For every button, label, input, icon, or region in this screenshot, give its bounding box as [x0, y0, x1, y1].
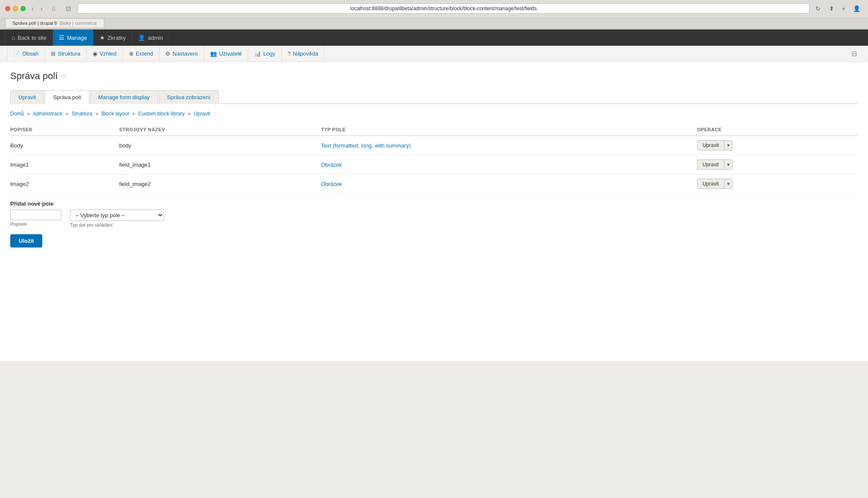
field-strojovy-body: body: [119, 136, 321, 155]
nav-extend-label: Extend: [136, 50, 153, 57]
tab-manage-form-display[interactable]: Manage form display: [90, 90, 158, 104]
nav-nastaveni-label: Nastavení: [173, 50, 198, 57]
upravit-btn-image2[interactable]: Upravit: [697, 179, 724, 189]
field-type-select[interactable]: – Vyberte typ pole – Boolean Comment Dat…: [70, 209, 164, 221]
nav-vzhled[interactable]: ◉ Vzhled: [87, 46, 123, 62]
home-button[interactable]: ⌂: [48, 4, 59, 13]
breadcrumb-block-layout[interactable]: Block layout: [102, 111, 129, 117]
table-row: Body body Text (formatted, long, with su…: [10, 136, 858, 155]
table-header-row: POPISEK STROJOVÝ NÁZEV TYP POLE OPERACE: [10, 124, 858, 136]
browser-tab-bar: Správa polí | drupal 8 Bloky | commerce: [0, 17, 868, 29]
breadcrumb-domu[interactable]: Domů: [10, 111, 24, 117]
toolbar-manage[interactable]: ☰ Manage: [53, 29, 94, 46]
main-content: Správa polí ☆ Upravit Správa polí Manage…: [0, 62, 868, 361]
tab-upravit[interactable]: Upravit: [10, 90, 44, 104]
toolbar-back-to-site[interactable]: ⌂ Back to site: [5, 29, 53, 46]
field-popisek-body: Body: [10, 136, 119, 155]
nav-uzivatele[interactable]: 👥 Uživatelé: [204, 46, 248, 62]
close-button[interactable]: [5, 6, 10, 11]
bookmark-icon[interactable]: ☆: [61, 72, 67, 80]
uzivatele-icon: 👥: [210, 50, 217, 57]
nav-struktura[interactable]: ⊞ Struktura: [45, 46, 87, 62]
star-icon: ★: [100, 34, 105, 41]
breadcrumb-upravit[interactable]: Upravit: [194, 111, 210, 117]
field-strojovy-image1: field_image1: [119, 155, 321, 174]
nav-vzhled-label: Vzhled: [100, 50, 117, 57]
browser-titlebar: ‹ › ⌂ ⊡ ↻ ⬆ + 👤: [0, 0, 868, 17]
add-field-section: Přidat nové pole Popisek – Vyberte typ p…: [10, 200, 858, 227]
napoveda-icon: ?: [288, 50, 291, 57]
nav-toggle[interactable]: ⊟: [847, 50, 861, 58]
field-typ-image2: Obrázek: [321, 174, 697, 194]
add-tab-button[interactable]: +: [839, 4, 848, 13]
field-typ-body: Text (formatted, long, with summary): [321, 136, 697, 155]
struktura-icon: ⊞: [51, 50, 56, 57]
col-operace: OPERACE: [697, 124, 858, 136]
minimize-button[interactable]: [13, 6, 18, 11]
field-typ-link-body[interactable]: Text (formatted, long, with summary): [321, 142, 411, 149]
field-text-sublabel: Popisek: [10, 221, 62, 227]
admin-toolbar: ⌂ Back to site ☰ Manage ★ Zkratky 👤 admi…: [0, 29, 868, 46]
op-btn-group-body: Upravit ▾: [697, 140, 853, 150]
share-button[interactable]: ⬆: [827, 4, 837, 13]
url-bar[interactable]: [78, 3, 809, 14]
upravit-btn-body[interactable]: Upravit: [697, 140, 724, 150]
table-row: Image1 field_image1 Obrázek Upravit ▾: [10, 155, 858, 174]
nav-nastaveni[interactable]: ⚙ Nastavení: [159, 46, 204, 62]
user-icon: 👤: [138, 34, 145, 41]
nav-logy[interactable]: 📊 Logy: [248, 46, 282, 62]
vzhled-icon: ◉: [93, 50, 97, 57]
breadcrumb-custom-block-library[interactable]: Custom block library: [138, 111, 185, 117]
field-operace-image1: Upravit ▾: [697, 155, 858, 174]
op-btn-group-image1: Upravit ▾: [697, 159, 853, 170]
tab-extra: Bloky | commerce: [59, 21, 97, 26]
nav-buttons: ‹ ›: [29, 4, 45, 13]
field-operace-body: Upravit ▾: [697, 136, 858, 155]
maximize-button[interactable]: [21, 6, 26, 11]
refresh-button[interactable]: ↻: [813, 4, 823, 13]
field-type-sublabel: Typ dat pro ukládání.: [70, 222, 164, 227]
field-popisek-image2: Image2: [10, 174, 119, 194]
secondary-nav: 📄 Obsah ⊞ Struktura ◉ Vzhled ⊕ Extend ⚙ …: [0, 46, 868, 62]
nav-uzivatele-label: Uživatelé: [219, 50, 242, 57]
nav-napoveda-label: Nápověda: [293, 50, 318, 57]
nav-extend[interactable]: ⊕ Extend: [123, 46, 159, 62]
nav-obsah-label: Obsah: [22, 50, 38, 57]
account-button[interactable]: 👤: [850, 4, 863, 13]
nav-napoveda[interactable]: ? Nápověda: [282, 46, 325, 62]
field-type-group: – Vyberte typ pole – Boolean Comment Dat…: [70, 209, 164, 227]
field-typ-link-image1[interactable]: Obrázek: [321, 162, 342, 168]
menu-icon: ☰: [59, 34, 65, 41]
nav-struktura-label: Struktura: [58, 50, 80, 57]
field-typ-link-image2[interactable]: Obrázek: [321, 181, 342, 187]
tab-sprava-poli[interactable]: Správa polí: [45, 90, 89, 104]
browser-tab[interactable]: Správa polí | drupal 8 Bloky | commerce: [5, 18, 104, 27]
nav-logy-label: Logy: [263, 50, 275, 57]
logy-icon: 📊: [254, 50, 261, 57]
op-dropdown-image1[interactable]: ▾: [724, 159, 733, 170]
field-operace-image2: Upravit ▾: [697, 174, 858, 194]
reader-button[interactable]: ⊡: [62, 4, 74, 13]
back-button[interactable]: ‹: [29, 4, 36, 13]
add-field-label: Přidat nové pole: [10, 200, 858, 207]
upravit-btn-image1[interactable]: Upravit: [697, 159, 724, 170]
tab-sprava-zobrazeni[interactable]: Správa zobrazení: [159, 90, 219, 104]
toolbar-shortcuts[interactable]: ★ Zkratky: [94, 29, 132, 46]
extend-icon: ⊕: [129, 50, 134, 57]
op-dropdown-image2[interactable]: ▾: [724, 179, 733, 189]
toolbar-shortcuts-label: Zkratky: [108, 35, 126, 41]
breadcrumb-struktura[interactable]: Struktura: [71, 111, 92, 117]
nav-obsah[interactable]: 📄 Obsah: [7, 46, 45, 62]
add-field-inputs: Popisek – Vyberte typ pole – Boolean Com…: [10, 209, 858, 227]
fields-table: POPISEK STROJOVÝ NÁZEV TYP POLE OPERACE …: [10, 124, 858, 194]
op-dropdown-body[interactable]: ▾: [724, 140, 733, 150]
breadcrumb: Domů » Administrace » Struktura » Block …: [10, 111, 858, 117]
breadcrumb-administrace[interactable]: Administrace: [33, 111, 62, 117]
toolbar-admin[interactable]: 👤 admin: [132, 29, 169, 46]
col-typ-pole: TYP POLE: [321, 124, 697, 136]
obsah-icon: 📄: [13, 50, 20, 57]
forward-button[interactable]: ›: [38, 4, 45, 13]
save-button[interactable]: Uložit: [10, 234, 42, 248]
new-field-name-input[interactable]: [10, 209, 62, 220]
tab-title: Správa polí | drupal 8: [12, 21, 57, 26]
